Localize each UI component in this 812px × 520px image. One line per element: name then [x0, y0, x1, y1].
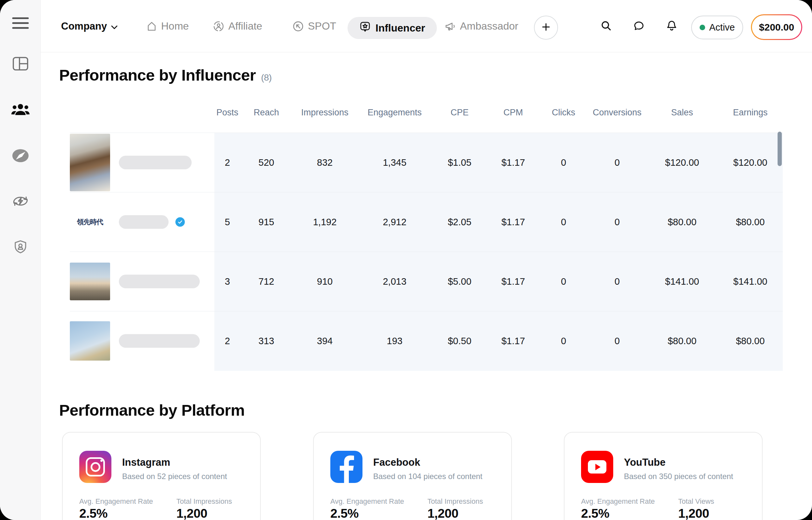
- cell-sales: $141.00: [646, 276, 718, 287]
- company-label: Company: [61, 21, 107, 32]
- hamburger-menu-button[interactable]: [0, 11, 40, 35]
- bell-icon: [666, 20, 678, 33]
- cell-clicks: 0: [539, 336, 588, 346]
- cell-cpm: $1.17: [487, 336, 539, 346]
- sidebar-item-automation[interactable]: [0, 189, 40, 213]
- influencer-section-title: Performance by Influencer(8): [59, 66, 272, 84]
- table-scrollbar[interactable]: [778, 132, 782, 166]
- platform-section-title: Performance by Platform: [59, 401, 245, 419]
- table-row[interactable]: 領先時代 5 915 1,192 2,912 $2.05 $1.17 0 0 $…: [70, 192, 783, 252]
- add-tab-button[interactable]: [534, 16, 558, 40]
- stat-label-engagement: Avg. Engagement Rate: [330, 497, 404, 506]
- platform-name: YouTube: [624, 457, 666, 468]
- col-cpm: CPM: [487, 108, 539, 118]
- table-row[interactable]: 3 712 910 2,013 $5.00 $1.17 0 0 $141.00 …: [70, 252, 783, 311]
- tab-influencer-active[interactable]: Influencer: [347, 17, 437, 39]
- tab-affiliate-label: Affiliate: [228, 20, 262, 32]
- hamburger-icon: [12, 17, 29, 29]
- cell-reach: 313: [240, 336, 292, 346]
- company-selector[interactable]: Company: [61, 0, 118, 52]
- notifications-button[interactable]: [662, 0, 681, 52]
- col-impressions: Impressions: [292, 108, 357, 118]
- cell-clicks: 0: [539, 276, 588, 287]
- chat-bubble-icon: [633, 20, 645, 33]
- sidebar-item-influencers[interactable]: [0, 98, 40, 121]
- sidebar-item-security[interactable]: [0, 235, 40, 259]
- platform-card-instagram: Instagram Based on 52 pieces of content …: [62, 432, 261, 520]
- megaphone-icon: [444, 21, 456, 32]
- cell-clicks: 0: [539, 217, 588, 228]
- cell-sales: $80.00: [646, 217, 718, 228]
- status-label: Active: [709, 22, 735, 33]
- table-row[interactable]: 2 520 832 1,345 $1.05 $1.17 0 0 $120.00 …: [70, 133, 783, 192]
- cell-posts: 2: [214, 157, 240, 168]
- cell-earnings: $120.00: [718, 157, 783, 168]
- stat-label-impressions: Total Impressions: [176, 497, 232, 506]
- influencer-avatar: [70, 321, 110, 361]
- status-selector[interactable]: Active: [691, 16, 743, 39]
- cell-cpe: $2.05: [432, 217, 487, 228]
- platform-name: Instagram: [122, 457, 170, 468]
- top-navigation: Company Home Affiliate SPOT: [40, 0, 812, 52]
- dashboard-layout-icon: [12, 56, 29, 71]
- cell-impressions: 910: [292, 276, 357, 287]
- stat-value-views: 1,200: [678, 506, 709, 520]
- influencer-avatar-logo: 領先時代: [70, 209, 110, 235]
- messages-button[interactable]: [629, 0, 649, 52]
- table-row[interactable]: 2 313 394 193 $0.50 $1.17 0 0 $80.00 $80…: [70, 311, 783, 370]
- youtube-play-triangle: [595, 464, 600, 470]
- search-button[interactable]: [596, 0, 616, 52]
- influencer-count: (8): [261, 73, 272, 82]
- platform-subtitle: Based on 52 pieces of content: [122, 472, 227, 481]
- balance-button[interactable]: $200.00: [751, 14, 802, 40]
- home-icon: [146, 21, 157, 32]
- stat-value-engagement: 2.5%: [581, 506, 609, 520]
- spot-arrow-icon: [292, 21, 304, 32]
- cell-posts: 3: [214, 276, 240, 287]
- cell-conversions: 0: [588, 276, 646, 287]
- col-earnings: Earnings: [718, 108, 783, 118]
- col-conversions: Conversions: [588, 108, 646, 118]
- cell-cpm: $1.17: [487, 217, 539, 228]
- influencer-name-skeleton: [119, 275, 200, 288]
- platform-subtitle: Based on 104 pieces of content: [373, 472, 482, 481]
- cell-posts: 5: [214, 217, 240, 228]
- instagram-camera-lens: [91, 462, 101, 472]
- sidebar-item-discover[interactable]: [0, 144, 40, 167]
- tab-affiliate[interactable]: Affiliate: [213, 0, 262, 52]
- stat-label-engagement: Avg. Engagement Rate: [79, 497, 153, 506]
- cell-sales: $120.00: [646, 157, 718, 168]
- chevron-down-icon: [111, 21, 118, 32]
- col-clicks: Clicks: [539, 108, 588, 118]
- cell-conversions: 0: [588, 336, 646, 346]
- cell-reach: 712: [240, 276, 292, 287]
- cell-reach: 915: [240, 217, 292, 228]
- search-icon: [600, 20, 612, 33]
- instagram-camera-dot: [101, 460, 103, 462]
- tab-influencer-label: Influencer: [375, 22, 425, 34]
- row-metrics: 3 712 910 2,013 $5.00 $1.17 0 0 $141.00 …: [214, 252, 783, 311]
- influencer-avatar: [70, 263, 110, 300]
- youtube-play-button: [588, 460, 607, 473]
- tab-ambassador[interactable]: Ambassador: [444, 0, 519, 52]
- platform-card-facebook: Facebook Based on 104 pieces of content …: [313, 432, 512, 520]
- app-window: Company Home Affiliate SPOT: [0, 0, 812, 520]
- tab-spot[interactable]: SPOT: [292, 0, 336, 52]
- cell-conversions: 0: [588, 217, 646, 228]
- tab-home[interactable]: Home: [146, 0, 189, 52]
- status-dot: [700, 25, 705, 30]
- tab-spot-label: SPOT: [308, 20, 336, 32]
- stat-label-views: Total Views: [678, 497, 714, 506]
- influencer-name-skeleton: [119, 334, 200, 348]
- col-sales: Sales: [646, 108, 718, 118]
- cell-engagements: 2,912: [357, 217, 432, 228]
- platform-name: Facebook: [373, 457, 420, 468]
- tab-ambassador-label: Ambassador: [460, 20, 519, 32]
- cell-cpe: $0.50: [432, 336, 487, 346]
- sidebar-item-dashboard[interactable]: [0, 52, 40, 75]
- cell-posts: 2: [214, 336, 240, 346]
- compass-icon: [12, 149, 29, 162]
- cell-conversions: 0: [588, 157, 646, 168]
- row-metrics: 2 313 394 193 $0.50 $1.17 0 0 $80.00 $80…: [214, 311, 783, 370]
- affiliate-icon: [213, 21, 224, 32]
